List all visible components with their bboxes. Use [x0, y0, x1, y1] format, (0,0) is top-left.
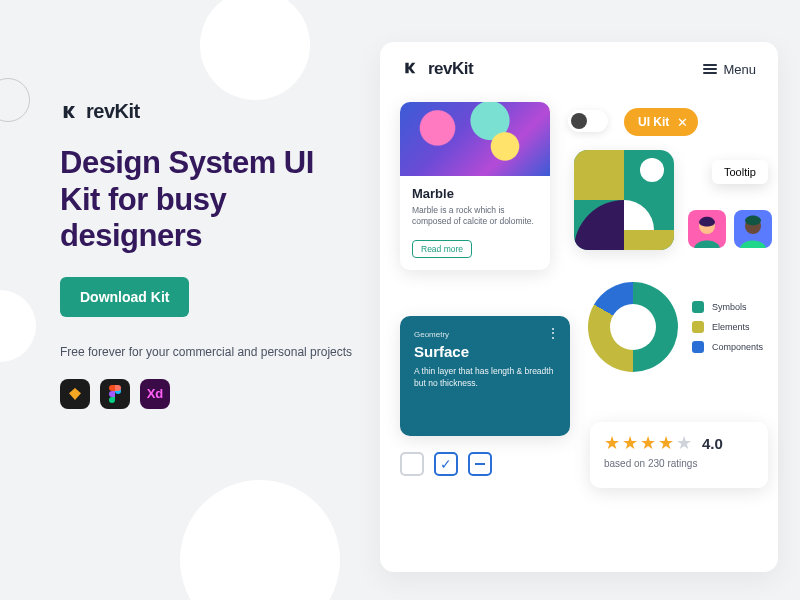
avatar — [688, 210, 726, 248]
surface-desc: A thin layer that has length & breadth b… — [414, 366, 556, 390]
legend-item: Components — [692, 341, 763, 353]
preview-panel: revKit Menu Marble Marble is a rock whic… — [380, 42, 778, 572]
menu-button[interactable]: Menu — [703, 62, 756, 77]
close-icon[interactable]: ✕ — [677, 115, 688, 130]
star-icon: ★ — [676, 432, 692, 454]
preview-header: revKit Menu — [402, 56, 756, 82]
donut-chart-block: Symbols Elements Components — [588, 272, 768, 382]
marble-image — [400, 102, 550, 176]
star-icon: ★ — [640, 432, 656, 454]
surface-card: ⋮ Geometry Surface A thin layer that has… — [400, 316, 570, 436]
hero-subline: Free forever for your commercial and per… — [60, 343, 360, 361]
swatch-icon — [692, 301, 704, 313]
legend-item: Symbols — [692, 301, 763, 313]
star-icon: ★ — [622, 432, 638, 454]
brand-logo-icon — [60, 103, 78, 121]
hero: revKit Design System UI Kit for busy des… — [60, 100, 360, 409]
swatch-icon — [692, 321, 704, 333]
checkbox-unchecked[interactable] — [400, 452, 424, 476]
sketch-icon — [60, 379, 90, 409]
read-more-button[interactable]: Read more — [412, 240, 472, 258]
checkbox-checked[interactable]: ✓ — [434, 452, 458, 476]
svg-point-3 — [640, 158, 664, 182]
legend-label: Elements — [712, 322, 750, 332]
brand: revKit — [60, 100, 360, 123]
marble-desc: Marble is a rock which is composed of ca… — [412, 205, 538, 228]
menu-label: Menu — [723, 62, 756, 77]
star-row: ★ ★ ★ ★ ★ 4.0 — [604, 432, 754, 454]
star-icon: ★ — [658, 432, 674, 454]
marble-card: Marble Marble is a rock which is compose… — [400, 102, 550, 270]
donut-chart — [588, 282, 678, 372]
toggle-switch[interactable] — [568, 110, 608, 132]
xd-icon: Xd — [140, 379, 170, 409]
chip-label: UI Kit — [638, 115, 669, 129]
surface-title: Surface — [414, 343, 556, 360]
rating-score: 4.0 — [702, 435, 723, 452]
brand-logo-icon — [402, 60, 420, 78]
legend-label: Components — [712, 342, 763, 352]
hamburger-icon — [703, 64, 717, 74]
chart-legend: Symbols Elements Components — [692, 301, 763, 353]
bg-circle — [0, 290, 36, 362]
geometric-art-tile — [574, 150, 674, 250]
marble-title: Marble — [412, 186, 538, 201]
star-icon: ★ — [604, 432, 620, 454]
preview-brand-name: revKit — [428, 59, 473, 79]
checkbox-indeterminate[interactable] — [468, 452, 492, 476]
bg-circle — [200, 0, 310, 100]
bg-ring — [0, 78, 30, 122]
svg-rect-4 — [624, 230, 674, 250]
rating-card: ★ ★ ★ ★ ★ 4.0 based on 230 ratings — [590, 422, 768, 488]
legend-label: Symbols — [712, 302, 747, 312]
swatch-icon — [692, 341, 704, 353]
tool-icons-row: Xd — [60, 379, 360, 409]
checkbox-row: ✓ — [400, 452, 492, 476]
legend-item: Elements — [692, 321, 763, 333]
svg-rect-2 — [574, 150, 624, 200]
figma-icon — [100, 379, 130, 409]
rating-subtext: based on 230 ratings — [604, 458, 754, 469]
bg-circle — [180, 480, 340, 600]
ui-kit-chip[interactable]: UI Kit ✕ — [624, 108, 698, 136]
brand-name: revKit — [86, 100, 140, 123]
tooltip: Tooltip — [712, 160, 768, 184]
hero-title: Design System UI Kit for busy designers — [60, 145, 360, 255]
avatar — [734, 210, 772, 248]
surface-eyebrow: Geometry — [414, 330, 556, 339]
preview-brand: revKit — [402, 59, 473, 79]
download-kit-button[interactable]: Download Kit — [60, 277, 189, 317]
